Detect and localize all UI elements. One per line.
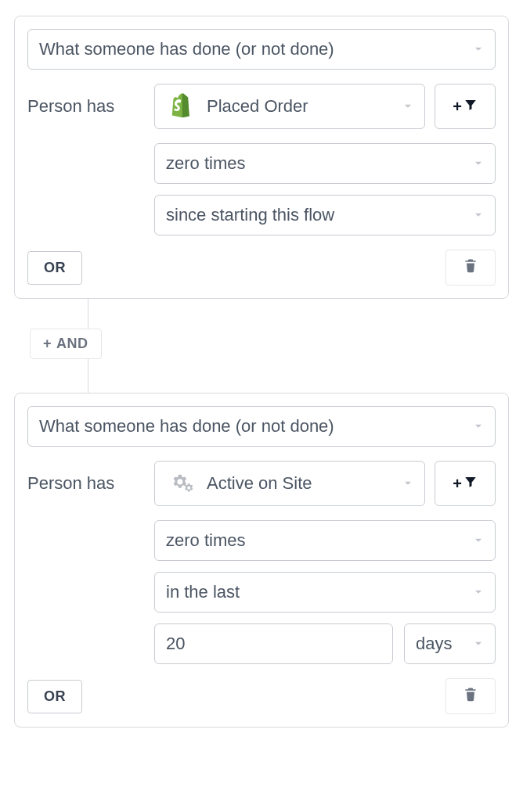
condition-type-select[interactable]: What someone has done (or not done): [27, 29, 496, 70]
timeframe-select[interactable]: in the last: [154, 572, 496, 613]
funnel-icon: [463, 98, 478, 116]
funnel-icon: [463, 475, 478, 493]
and-button[interactable]: + AND: [30, 329, 102, 359]
chevron-down-icon: [473, 44, 484, 55]
frequency-label: zero times: [166, 530, 467, 551]
timeframe-label: in the last: [166, 582, 467, 602]
event-label: Active on Site: [207, 473, 396, 494]
chevron-down-icon: [473, 210, 484, 221]
trash-icon: [463, 686, 478, 706]
delete-button[interactable]: [445, 250, 496, 286]
chevron-down-icon: [473, 535, 484, 546]
add-filter-button[interactable]: +: [435, 84, 496, 129]
gears-icon: [166, 469, 197, 498]
event-select[interactable]: Active on Site: [154, 461, 425, 506]
plus-icon: +: [453, 475, 462, 493]
unit-select[interactable]: days: [404, 623, 496, 664]
plus-icon: +: [43, 336, 52, 352]
chevron-down-icon: [402, 478, 413, 489]
frequency-select[interactable]: zero times: [154, 143, 496, 184]
trash-icon: [463, 257, 478, 278]
chevron-down-icon: [473, 421, 484, 432]
condition-type-label: What someone has done (or not done): [39, 416, 467, 437]
condition-type-select[interactable]: What someone has done (or not done): [27, 406, 496, 447]
duration-input[interactable]: [154, 623, 393, 664]
condition-block: What someone has done (or not done) Pers…: [14, 393, 509, 728]
unit-label: days: [416, 634, 467, 654]
shopify-icon: [166, 92, 197, 120]
person-has-label: Person has: [27, 84, 145, 129]
frequency-label: zero times: [166, 153, 467, 174]
chevron-down-icon: [473, 587, 484, 598]
connector: + AND: [14, 299, 509, 393]
timeframe-select[interactable]: since starting this flow: [154, 195, 496, 235]
add-filter-button[interactable]: +: [435, 461, 496, 506]
chevron-down-icon: [473, 158, 484, 169]
and-label: AND: [56, 336, 88, 352]
chevron-down-icon: [402, 101, 413, 112]
condition-block: What someone has done (or not done) Pers…: [14, 16, 509, 299]
or-button[interactable]: OR: [27, 251, 82, 285]
event-label: Placed Order: [207, 96, 396, 117]
condition-type-label: What someone has done (or not done): [39, 39, 467, 59]
timeframe-label: since starting this flow: [166, 205, 467, 225]
plus-icon: +: [453, 98, 462, 116]
chevron-down-icon: [473, 638, 484, 649]
delete-button[interactable]: [445, 678, 496, 714]
person-has-label: Person has: [27, 461, 145, 506]
frequency-select[interactable]: zero times: [154, 520, 496, 561]
or-button[interactable]: OR: [27, 680, 82, 713]
event-select[interactable]: Placed Order: [154, 84, 425, 129]
